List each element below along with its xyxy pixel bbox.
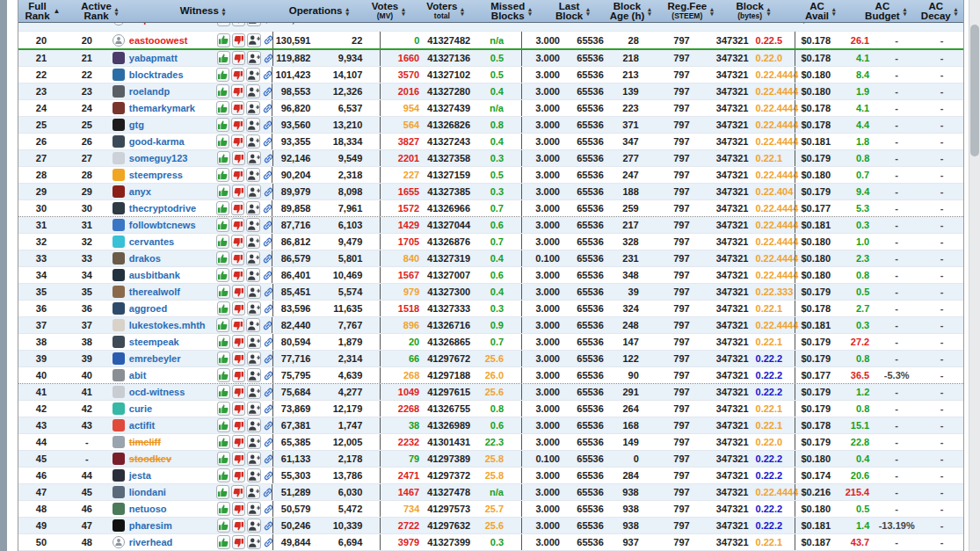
witness-name-link[interactable]: therealwolf: [129, 286, 180, 297]
downvote-witness-button[interactable]: [231, 235, 244, 249]
witness-name-link[interactable]: yabapmatt: [129, 53, 178, 63]
column-header-reg-fee[interactable]: Reg.Fee(STEEM)▴▾: [659, 0, 722, 22]
set-proxy-button[interactable]: [246, 68, 260, 82]
downvote-witness-button[interactable]: [231, 251, 244, 265]
set-proxy-button[interactable]: [247, 285, 261, 299]
set-proxy-button[interactable]: [246, 251, 260, 265]
downvote-witness-button[interactable]: [232, 402, 245, 416]
witness-name-link[interactable]: lukestokes.mhth: [129, 320, 206, 330]
witness-name-link[interactable]: curie: [129, 403, 152, 414]
upvote-witness-button[interactable]: [217, 151, 230, 165]
downvote-witness-button[interactable]: [232, 468, 245, 482]
upvote-witness-button[interactable]: [217, 468, 230, 482]
upvote-witness-button[interactable]: [217, 335, 230, 349]
column-header-missed-blocks[interactable]: MissedBlocks▴▾: [479, 0, 543, 22]
column-header-ac-budget[interactable]: ACBudget▴▾: [856, 0, 915, 22]
upvote-witness-button[interactable]: [217, 23, 230, 26]
downvote-witness-button[interactable]: [232, 518, 245, 533]
witness-name-link[interactable]: steempress: [129, 170, 183, 180]
witness-name-link[interactable]: steempeak: [129, 337, 179, 347]
witness-name-link[interactable]: emrebeyler: [129, 353, 181, 364]
downvote-witness-button[interactable]: [231, 201, 244, 215]
upvote-witness-button[interactable]: [216, 101, 229, 115]
upvote-witness-button[interactable]: [217, 368, 230, 382]
set-proxy-button[interactable]: [247, 335, 261, 349]
downvote-witness-button[interactable]: [231, 68, 244, 82]
set-proxy-button[interactable]: [247, 502, 261, 516]
set-proxy-button[interactable]: [247, 418, 261, 432]
witness-name-link[interactable]: good-karma: [129, 136, 185, 147]
witness-name-link[interactable]: pharesim: [129, 520, 172, 531]
set-proxy-button[interactable]: [246, 235, 260, 249]
set-proxy-button[interactable]: [246, 201, 260, 215]
column-header-full-rank[interactable]: FullRank▲: [18, 0, 67, 22]
set-proxy-button[interactable]: [247, 33, 261, 47]
witness-name-link[interactable]: eastooowest: [129, 35, 188, 46]
downvote-witness-button[interactable]: [231, 168, 244, 182]
downvote-witness-button[interactable]: [232, 23, 245, 26]
witness-name-link[interactable]: someguy123: [129, 153, 188, 163]
set-proxy-button[interactable]: [246, 101, 260, 115]
upvote-witness-button[interactable]: [216, 84, 229, 98]
column-header-active-rank[interactable]: ActiveRank▴▾: [67, 0, 133, 22]
upvote-witness-button[interactable]: [216, 134, 229, 149]
set-proxy-button[interactable]: [247, 23, 261, 26]
witness-name-link[interactable]: blocktrades: [129, 69, 184, 80]
upvote-witness-button[interactable]: [216, 251, 229, 265]
downvote-witness-button[interactable]: [231, 101, 244, 115]
upvote-witness-button[interactable]: [217, 33, 230, 47]
upvote-witness-button[interactable]: [216, 318, 229, 332]
witness-name-link[interactable]: ausbitbank: [129, 270, 180, 280]
downvote-witness-button[interactable]: [232, 368, 245, 382]
witness-name-link[interactable]: timcliff: [129, 437, 161, 447]
witness-link-button[interactable]: [263, 23, 274, 26]
witness-name-link[interactable]: jesta: [129, 470, 151, 481]
set-proxy-button[interactable]: [247, 468, 261, 482]
upvote-witness-button[interactable]: [217, 185, 230, 199]
column-header-votes[interactable]: Votes(MV)▴▾: [365, 0, 411, 22]
downvote-witness-button[interactable]: [232, 385, 245, 399]
vertical-scrollbar[interactable]: [969, 0, 980, 551]
set-proxy-button[interactable]: [246, 318, 260, 332]
witness-name-link[interactable]: themarkymark: [129, 103, 195, 113]
downvote-witness-button[interactable]: [232, 418, 245, 432]
upvote-witness-button[interactable]: [217, 402, 230, 416]
column-header-ac-decay[interactable]: ACDecay▴▾: [915, 0, 963, 22]
downvote-witness-button[interactable]: [231, 118, 244, 132]
set-proxy-button[interactable]: [247, 435, 261, 449]
upvote-witness-button[interactable]: [217, 502, 230, 516]
downvote-witness-button[interactable]: [232, 452, 245, 466]
set-proxy-button[interactable]: [247, 452, 261, 466]
set-proxy-button[interactable]: [246, 134, 260, 149]
witness-name-link[interactable]: ocd-witness: [129, 387, 185, 397]
downvote-witness-button[interactable]: [232, 285, 245, 299]
upvote-witness-button[interactable]: [216, 218, 229, 232]
downvote-witness-button[interactable]: [232, 301, 245, 315]
column-header-witness[interactable]: Witness▴▾: [133, 0, 273, 22]
set-proxy-button[interactable]: [247, 51, 261, 65]
upvote-witness-button[interactable]: [217, 435, 230, 449]
downvote-witness-button[interactable]: [231, 84, 244, 98]
witness-name-link[interactable]: thecryptodrive: [129, 203, 196, 214]
downvote-witness-button[interactable]: [232, 435, 245, 449]
set-proxy-button[interactable]: [247, 368, 261, 382]
upvote-witness-button[interactable]: [216, 168, 229, 182]
upvote-witness-button[interactable]: [217, 452, 230, 466]
upvote-witness-button[interactable]: [216, 235, 229, 249]
column-header-last-block[interactable]: LastBlock▴▾: [543, 0, 602, 22]
downvote-witness-button[interactable]: [231, 218, 244, 232]
set-proxy-button[interactable]: [247, 535, 261, 549]
set-proxy-button[interactable]: [246, 268, 260, 282]
downvote-witness-button[interactable]: [232, 185, 245, 199]
witness-name-link[interactable]: respoeeast: [129, 23, 180, 25]
upvote-witness-button[interactable]: [216, 68, 229, 82]
column-header-ac-avail[interactable]: ACAvail▴▾: [784, 0, 856, 22]
witness-name-link[interactable]: cervantes: [129, 236, 174, 247]
upvote-witness-button[interactable]: [216, 118, 229, 132]
column-header-voters[interactable]: Voterstotal▴▾: [411, 0, 479, 22]
set-proxy-button[interactable]: [247, 518, 261, 533]
upvote-witness-button[interactable]: [217, 535, 230, 549]
downvote-witness-button[interactable]: [232, 335, 245, 349]
set-proxy-button[interactable]: [247, 185, 261, 199]
upvote-witness-button[interactable]: [217, 301, 230, 315]
